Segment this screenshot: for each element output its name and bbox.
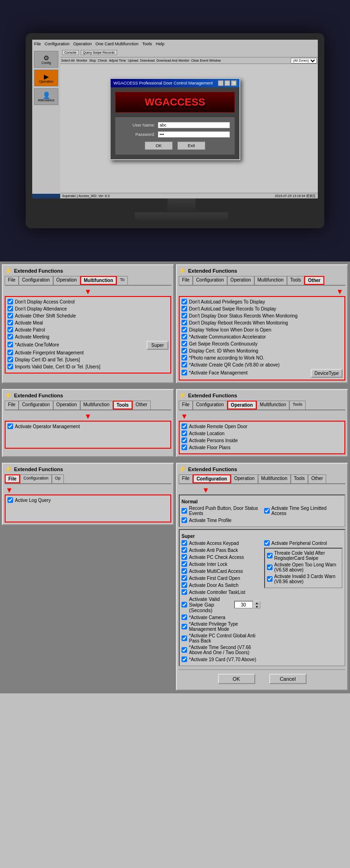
tab2-file[interactable]: File	[179, 276, 193, 285]
cb-dont-display-attendance[interactable]	[7, 306, 13, 311]
cb-priv-type[interactable]	[182, 624, 187, 629]
spinner-up[interactable]: ▲	[254, 601, 260, 605]
tab6-tools[interactable]: Tools	[291, 474, 308, 483]
password-input[interactable]	[158, 131, 230, 138]
cb-inter-lock[interactable]	[182, 561, 187, 567]
cb-floor-plans[interactable]	[182, 445, 187, 450]
menu-tools[interactable]: Tools	[142, 42, 152, 46]
cb-location[interactable]	[182, 430, 187, 436]
tab3-multifunction[interactable]: Multifunction	[80, 401, 113, 409]
cb-time-profile[interactable]	[182, 517, 187, 523]
cb-swipe-continuous[interactable]	[182, 341, 187, 346]
cb-activate-patrol[interactable]	[7, 327, 13, 332]
sidebar-operation[interactable]: ▶ Operation	[34, 70, 58, 86]
cb-cert-monitoring[interactable]	[182, 348, 187, 353]
tab3-config[interactable]: Configuration	[19, 401, 53, 409]
tab2-tools[interactable]: Tools	[287, 276, 304, 285]
ok-button[interactable]: OK	[145, 141, 173, 150]
exit-button[interactable]: Exit	[177, 141, 205, 150]
tab1-multifunction[interactable]: Multifunction	[80, 276, 117, 285]
cb-autoload-priv[interactable]	[182, 299, 187, 304]
bottom-cancel-button[interactable]: Cancel	[269, 674, 307, 684]
minimize-button[interactable]: _	[218, 80, 224, 86]
cb-time-seg[interactable]	[264, 508, 270, 514]
menu-onecard[interactable]: One Card Multifunction	[96, 42, 139, 46]
tab4-multifunction[interactable]: Multifunction	[257, 401, 289, 409]
swipe-gap-input[interactable]	[234, 601, 253, 608]
cb-access-keypad[interactable]	[182, 540, 187, 546]
bottom-ok-button[interactable]: OK	[218, 674, 255, 684]
tab2-config[interactable]: Configuration	[193, 276, 227, 285]
cb-invalid-3cards[interactable]	[267, 576, 273, 582]
menu-configuration[interactable]: Configuration	[45, 42, 70, 46]
cb-record-push[interactable]	[182, 508, 187, 514]
cb-activate-onetomrore[interactable]	[7, 342, 13, 347]
cb-autoload-swipe[interactable]	[182, 306, 187, 311]
cb-photo-name[interactable]	[182, 355, 187, 360]
tab1-operation[interactable]: Operation	[53, 276, 80, 285]
maximize-button[interactable]: □	[224, 80, 230, 86]
cb-activate-meal[interactable]	[7, 320, 13, 325]
cb-activate-other-shift[interactable]	[7, 313, 13, 318]
tab3-tools[interactable]: Tools	[113, 401, 133, 409]
tab6-multifunction[interactable]: Multifunction	[258, 474, 291, 483]
sidebar-attendance[interactable]: 👤 Attendance	[34, 88, 58, 105]
close-button[interactable]: ✕	[231, 80, 237, 86]
cb-imports-valid[interactable]	[7, 364, 13, 369]
zone-select[interactable]: (All Zones)	[291, 58, 317, 64]
cb-time-second[interactable]	[182, 647, 187, 653]
cb-19card[interactable]	[182, 656, 187, 662]
cb-first-card[interactable]	[182, 575, 187, 581]
cb-operator-mgmt[interactable]	[7, 423, 13, 429]
cb-camera[interactable]	[182, 614, 187, 620]
cb-anti-pass[interactable]	[182, 547, 187, 553]
spinner-down[interactable]: ▼	[254, 605, 260, 608]
cb-door-status[interactable]	[182, 313, 187, 318]
cb-display-cert[interactable]	[7, 357, 13, 362]
cb-face-mgmt[interactable]	[182, 370, 187, 375]
tab1-to[interactable]: To	[117, 276, 128, 285]
menu-operation[interactable]: Operation	[73, 42, 92, 46]
menu-file[interactable]: File	[34, 42, 41, 46]
cb-dont-display-access[interactable]	[7, 299, 13, 304]
cb-active-log[interactable]	[7, 497, 13, 503]
query-swipe-tab[interactable]: Query Swipe Records	[81, 50, 117, 55]
tab3-file[interactable]: File	[5, 401, 19, 409]
tab4-config[interactable]: Configuration	[193, 401, 227, 409]
tab1-config[interactable]: Configuration	[19, 276, 53, 285]
cb-door-switch[interactable]	[182, 582, 187, 588]
tab1-file[interactable]: File	[5, 276, 19, 285]
sidebar-configuration[interactable]: ⚙ Config	[34, 51, 58, 68]
tab5-config-short[interactable]: Configuration	[20, 474, 52, 483]
tab2-multifunction[interactable]: Multifunction	[254, 276, 287, 285]
tab6-other[interactable]: Other	[308, 474, 326, 483]
cb-multicard[interactable]	[182, 568, 187, 574]
cb-open-warn[interactable]	[267, 565, 273, 570]
tab5-file[interactable]: File	[5, 474, 20, 483]
cb-threat-code[interactable]	[267, 553, 273, 558]
cb-comm-accel[interactable]	[182, 334, 187, 339]
tab5-op-short[interactable]: Op	[52, 474, 64, 483]
device-type-button[interactable]: DeviceType	[311, 369, 343, 378]
cb-reboot-records[interactable]	[182, 320, 187, 325]
tab3-other[interactable]: Other	[133, 401, 151, 409]
cb-task-list[interactable]	[182, 589, 187, 595]
tab2-operation[interactable]: Operation	[227, 276, 254, 285]
cb-qr-code[interactable]	[182, 362, 187, 367]
tab4-file[interactable]: File	[179, 401, 193, 409]
cb-activate-meeting[interactable]	[7, 334, 13, 339]
cb-pc-check[interactable]	[182, 554, 187, 560]
cb-persons-inside[interactable]	[182, 438, 187, 443]
cb-fingerprint[interactable]	[7, 350, 13, 355]
cb-peripheral[interactable]	[264, 540, 270, 546]
menu-help[interactable]: Help	[156, 42, 165, 46]
console-tab[interactable]: Console	[62, 50, 79, 55]
username-input[interactable]	[158, 122, 230, 128]
tab6-operation[interactable]: Operation	[231, 474, 258, 483]
cb-swipe-gap[interactable]	[182, 602, 187, 607]
cb-remote-open[interactable]	[182, 423, 187, 429]
super-button[interactable]: Super	[147, 341, 168, 350]
tab2-other[interactable]: Other	[304, 276, 324, 285]
tab6-config[interactable]: Configuration	[193, 474, 231, 483]
tab3-operation[interactable]: Operation	[53, 401, 80, 409]
